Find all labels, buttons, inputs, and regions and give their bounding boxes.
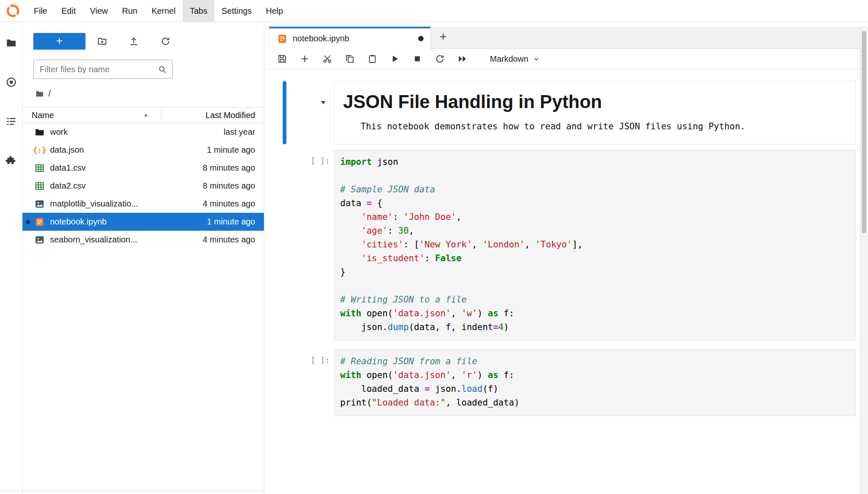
insert-cell-button[interactable]	[300, 54, 310, 64]
toc-sidebar-button[interactable]	[5, 116, 17, 127]
menu-item-help[interactable]: Help	[259, 0, 290, 22]
image-icon	[34, 199, 45, 209]
file-browser-toolbar: +	[33, 33, 264, 50]
extensions-icon	[5, 155, 17, 166]
csv-icon	[34, 181, 45, 192]
menu-item-settings[interactable]: Settings	[214, 0, 258, 22]
run-all-button[interactable]	[457, 54, 467, 64]
copy-icon	[345, 54, 355, 64]
new-launcher-button[interactable]: +	[33, 33, 85, 50]
chevron-down-icon	[533, 55, 540, 63]
file-actions	[86, 33, 181, 50]
cell-type-dropdown[interactable]: Markdown	[490, 54, 540, 64]
file-modified-time: 4 minutes ago	[203, 199, 255, 209]
file-name: work	[50, 127, 68, 137]
tab-bar: notebook.ipynb +	[269, 27, 868, 49]
main-dock-panel: notebook.ipynb + Markdown JSON File Hand…	[269, 22, 868, 494]
paste-button[interactable]	[367, 54, 377, 64]
file-row-work[interactable]: worklast year	[23, 123, 264, 141]
files-icon	[5, 37, 17, 49]
restart-button[interactable]	[435, 54, 445, 64]
cell-type-label: Markdown	[490, 54, 528, 64]
filter-box	[33, 60, 173, 79]
scrollbar-track[interactable]	[860, 27, 868, 494]
notebook-content: JSON File Handling in Python This notebo…	[269, 69, 868, 494]
code-cells: [ ]:import json # Sample JSON datadata =…	[269, 150, 868, 416]
run-button[interactable]	[390, 54, 400, 64]
menu-item-run[interactable]: Run	[115, 0, 145, 22]
save-button[interactable]	[277, 54, 287, 64]
upload-button[interactable]	[118, 33, 150, 50]
filter-files-input[interactable]	[34, 65, 158, 74]
unsaved-changes-dot[interactable]	[418, 36, 424, 41]
running-icon	[5, 76, 17, 88]
file-name: notebook.ipynb	[50, 217, 107, 227]
heading-collapse-caret-icon[interactable]	[319, 98, 327, 106]
menu-item-view[interactable]: View	[83, 0, 115, 22]
file-row-matplotlib-visualizatio[interactable]: matplotlib_visualizatio...4 minutes ago	[23, 195, 264, 213]
file-row-data-json[interactable]: {:}data.json1 minute ago	[23, 141, 264, 159]
new-tab-button[interactable]: +	[432, 27, 454, 48]
scrollbar-thumb[interactable]	[862, 31, 866, 233]
running-sidebar-button[interactable]	[5, 76, 17, 88]
menu-item-tabs[interactable]: Tabs	[183, 0, 214, 22]
file-modified-time: 8 minutes ago	[203, 163, 255, 173]
file-row-data2-csv[interactable]: data2.csv8 minutes ago	[23, 177, 264, 195]
menu-item-edit[interactable]: Edit	[54, 0, 83, 22]
file-modified-time: 1 minute ago	[207, 145, 255, 155]
file-list: worklast year{:}data.json1 minute agodat…	[23, 123, 264, 249]
column-divider	[161, 110, 161, 121]
folder-icon	[34, 127, 45, 138]
file-modified-time: 8 minutes ago	[203, 181, 255, 191]
notebook-icon	[34, 217, 45, 227]
sort-caret-icon[interactable]	[143, 112, 149, 118]
notebook-toolbar-buttons	[277, 54, 467, 64]
file-row-seaborn-visualization[interactable]: seaborn_visualization...4 minutes ago	[23, 231, 264, 249]
notebook-toolbar: Markdown	[269, 49, 868, 69]
file-modified-time: 1 minute ago	[207, 217, 255, 227]
insert-cell-icon	[300, 54, 310, 64]
cell-prompt: [ ]:	[269, 156, 330, 165]
home-folder-icon[interactable]	[35, 89, 44, 98]
markdown-cell[interactable]: JSON File Handling in Python This notebo…	[269, 81, 868, 144]
menu-bar-items: FileEditViewRunKernelTabsSettingsHelp	[27, 0, 290, 22]
paste-icon	[367, 54, 377, 64]
file-modified-time: 4 minutes ago	[203, 235, 255, 244]
tab-notebook-ipynb[interactable]: notebook.ipynb	[269, 27, 431, 49]
file-row-notebook-ipynb[interactable]: notebook.ipynb1 minute ago	[23, 213, 264, 231]
notebook-icon	[277, 33, 288, 44]
extensions-sidebar-button[interactable]	[5, 155, 17, 166]
run-icon	[390, 54, 400, 64]
jupyter-logo-icon	[6, 4, 20, 18]
column-header-name[interactable]: Name	[32, 111, 54, 120]
menu-item-file[interactable]: File	[27, 0, 54, 22]
search-icon	[158, 65, 167, 74]
file-modified-time: last year	[223, 127, 255, 137]
code-cell-1: [ ]:import json # Sample JSON datadata =…	[269, 150, 856, 340]
new-folder-button[interactable]	[86, 33, 118, 50]
column-header-last-modified[interactable]: Last Modified	[206, 111, 255, 120]
file-browser-panel: + / Name Last Modified worklast year{:}d…	[23, 22, 264, 494]
file-name: data.json	[50, 145, 84, 155]
stop-button[interactable]	[412, 54, 422, 64]
menu-item-kernel[interactable]: Kernel	[144, 0, 183, 22]
file-row-data1-csv[interactable]: data1.csv8 minutes ago	[23, 159, 264, 177]
toc-icon	[5, 116, 17, 127]
cell-prompt: [ ]:	[269, 355, 330, 365]
refresh-button[interactable]	[150, 33, 181, 50]
code-editor[interactable]: import json # Sample JSON datadata = { '…	[334, 150, 856, 340]
menu-bar: FileEditViewRunKernelTabsSettingsHelp	[0, 0, 868, 22]
markdown-rendered-body[interactable]: JSON File Handling in Python This notebo…	[334, 81, 856, 144]
file-name: data2.csv	[50, 181, 86, 191]
image-icon	[34, 234, 45, 245]
code-cell-2: [ ]:# Reading JSON from a filewith open(…	[269, 349, 856, 416]
cut-button[interactable]	[322, 54, 332, 64]
code-editor[interactable]: # Reading JSON from a filewith open('dat…	[334, 349, 856, 416]
markdown-heading: JSON File Handling in Python	[343, 91, 847, 112]
file-name: seaborn_visualization...	[50, 235, 137, 244]
copy-button[interactable]	[345, 54, 355, 64]
file-name: matplotlib_visualizatio...	[50, 199, 138, 209]
cell-collapser[interactable]	[283, 81, 286, 144]
files-sidebar-button[interactable]	[5, 37, 17, 49]
breadcrumb-path: /	[48, 89, 51, 98]
